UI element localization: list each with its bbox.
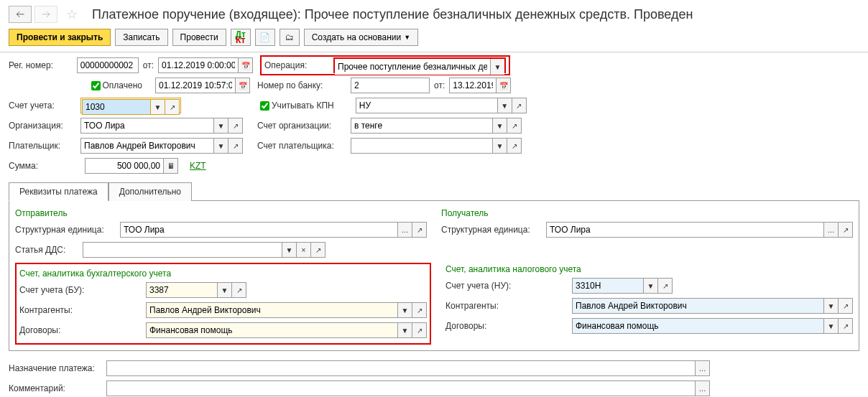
dds-input[interactable] — [83, 242, 282, 258]
sender-title: Отправитель — [15, 207, 427, 220]
org-acc-label: Счет организации: — [257, 121, 351, 131]
bu-acc-input[interactable] — [146, 282, 218, 298]
reg-number-label: Рег. номер: — [9, 60, 77, 70]
struct-unit-label: Структурная единица: — [441, 225, 542, 235]
calendar-icon[interactable]: 📅 — [239, 57, 253, 73]
sender-struct-unit-input[interactable] — [120, 222, 398, 238]
counterparty-label: Контрагенты: — [445, 301, 568, 311]
dropdown-icon[interactable]: ▼ — [493, 118, 507, 134]
dropdown-icon[interactable]: ▼ — [824, 318, 839, 334]
paid-date-input[interactable] — [155, 78, 236, 93]
dropdown-icon[interactable]: ▼ — [824, 298, 839, 314]
bu-acc-label: Счет учета (БУ): — [19, 285, 142, 295]
select-icon[interactable]: … — [398, 222, 412, 238]
open-icon[interactable]: ↗ — [165, 99, 180, 115]
org-label: Организация: — [9, 121, 80, 131]
bu-contract-input[interactable] — [146, 322, 398, 338]
create-based-button[interactable]: Создать на основании ▼ — [304, 29, 418, 46]
payer-label: Плательщик: — [9, 141, 80, 151]
dropdown-icon[interactable]: ▼ — [214, 118, 228, 134]
contract-label: Договоры: — [19, 325, 142, 335]
comment-input[interactable] — [106, 380, 696, 396]
kpn-checkbox[interactable] — [260, 101, 269, 111]
open-icon[interactable]: ↗ — [512, 98, 527, 113]
dropdown-icon[interactable]: ▼ — [214, 138, 228, 154]
bu-title: Счет, аналитика бухгалтерского учета — [19, 267, 427, 280]
dropdown-icon[interactable]: ▼ — [151, 99, 165, 115]
calendar-icon[interactable]: 📅 — [236, 78, 250, 93]
sum-label: Сумма: — [9, 161, 80, 171]
open-icon[interactable]: ↗ — [232, 282, 246, 298]
bu-counterparty-input[interactable] — [146, 302, 398, 318]
counterparty-label: Контрагенты: — [19, 305, 142, 315]
account-input[interactable] — [82, 99, 151, 115]
open-icon[interactable]: ↗ — [839, 222, 853, 238]
open-icon[interactable]: ↗ — [412, 302, 427, 318]
forward-button[interactable]: 🡢 — [34, 6, 57, 23]
tab-payment-details[interactable]: Реквизиты платежа — [9, 182, 108, 201]
open-icon[interactable]: ↗ — [839, 298, 853, 314]
reg-date-input[interactable] — [158, 57, 239, 73]
org-input[interactable] — [80, 118, 214, 134]
tab-additional[interactable]: Дополнительно — [108, 182, 192, 201]
open-icon[interactable]: ↗ — [228, 138, 243, 154]
structure-icon-button[interactable]: 🗂 — [280, 29, 300, 46]
open-icon[interactable]: ↗ — [311, 242, 326, 258]
bank-date-input[interactable] — [449, 78, 497, 93]
purpose-input[interactable] — [106, 360, 696, 376]
open-icon[interactable]: ↗ — [658, 278, 673, 294]
open-icon[interactable]: ↗ — [507, 118, 522, 134]
open-icon[interactable]: ↗ — [412, 222, 427, 238]
purpose-label: Назначение платежа: — [9, 363, 102, 373]
nu-contract-input[interactable] — [572, 318, 824, 334]
dropdown-icon[interactable]: ▼ — [218, 282, 232, 298]
kpn-input[interactable] — [356, 98, 498, 113]
dropdown-icon[interactable]: ▼ — [398, 322, 412, 338]
post-close-button[interactable]: Провести и закрыть — [9, 29, 111, 46]
save-button[interactable]: Записать — [115, 29, 167, 46]
comment-label: Комментарий: — [9, 383, 102, 393]
post-button[interactable]: Провести — [172, 29, 226, 46]
sum-input[interactable] — [85, 158, 164, 174]
recipient-struct-unit-input[interactable] — [546, 222, 824, 238]
dropdown-icon[interactable]: ▼ — [282, 242, 297, 258]
dropdown-icon[interactable]: ▼ — [398, 302, 412, 318]
clear-icon[interactable]: × — [297, 242, 311, 258]
paid-checkbox[interactable] — [91, 81, 101, 90]
favorite-icon[interactable]: ☆ — [63, 6, 80, 23]
nu-title: Счет, аналитика налогового учета — [445, 263, 853, 276]
paid-label: Оплачено — [103, 80, 142, 90]
open-icon[interactable]: ↗ — [507, 138, 522, 154]
page-title: Платежное поручение (входящее): Прочее п… — [92, 7, 693, 22]
calculator-icon[interactable]: 🖩 — [164, 158, 178, 174]
select-icon[interactable]: … — [696, 380, 710, 396]
dropdown-icon[interactable]: ▼ — [644, 278, 658, 294]
from-label: от: — [143, 60, 154, 70]
dropdown-icon[interactable]: ▼ — [498, 98, 512, 113]
payer-input[interactable] — [80, 138, 214, 154]
operation-dropdown-icon[interactable]: ▼ — [490, 59, 504, 75]
open-icon[interactable]: ↗ — [228, 118, 243, 134]
open-icon[interactable]: ↗ — [412, 322, 427, 338]
currency-link[interactable]: KZT — [190, 161, 206, 171]
select-icon[interactable]: … — [824, 222, 839, 238]
nu-counterparty-input[interactable] — [572, 298, 824, 314]
operation-input[interactable] — [335, 59, 490, 75]
struct-unit-label: Структурная единица: — [15, 225, 116, 235]
dds-label: Статья ДДС: — [15, 245, 78, 255]
document-icon-button[interactable]: 📄 — [255, 29, 275, 46]
kpn-label: Учитывать КПН — [272, 101, 334, 111]
org-acc-input[interactable] — [351, 118, 493, 134]
reg-number-input[interactable] — [77, 57, 139, 73]
dtkt-button[interactable]: ДтКт — [231, 29, 251, 46]
dropdown-icon[interactable]: ▼ — [493, 138, 507, 154]
contract-label: Договоры: — [445, 321, 568, 331]
account-label: Счет учета: — [9, 101, 80, 111]
calendar-icon[interactable]: 📅 — [497, 78, 511, 93]
back-button[interactable]: 🡠 — [9, 6, 32, 23]
select-icon[interactable]: … — [696, 360, 710, 376]
bank-number-input[interactable] — [351, 78, 430, 93]
nu-acc-input[interactable] — [572, 278, 644, 294]
open-icon[interactable]: ↗ — [839, 318, 853, 334]
payer-acc-input[interactable] — [351, 138, 493, 154]
